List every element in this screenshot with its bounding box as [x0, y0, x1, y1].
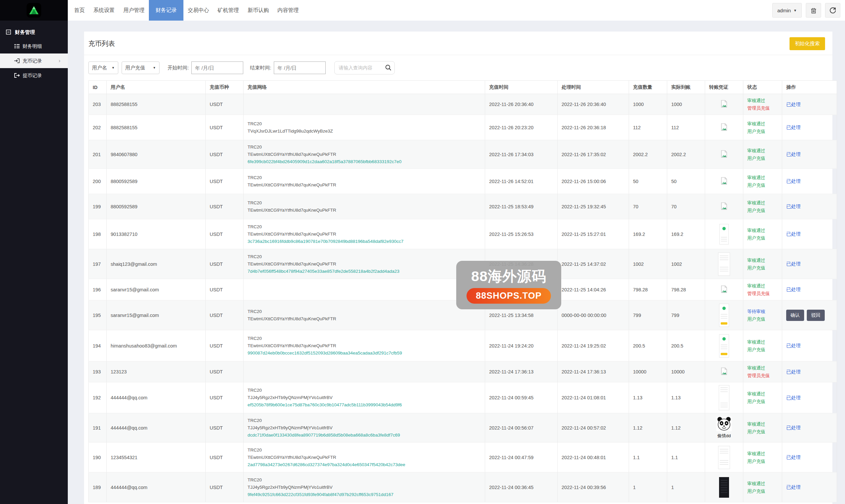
cell-coin: USDT — [206, 443, 244, 472]
voucher-receipt-thumbnail[interactable] — [719, 334, 729, 358]
nav-item-新币认购[interactable]: 新币认购 — [248, 0, 269, 21]
cell-action: 已处理 — [782, 249, 837, 279]
processed-link[interactable]: 已处理 — [786, 261, 801, 267]
cell-status: 审核通过用户充值 — [743, 443, 782, 472]
sidebar-item-提币记录[interactable]: 提币记录 — [0, 68, 68, 83]
nav-item-交易中心[interactable]: 交易中心 — [188, 0, 209, 21]
transaction-hash[interactable]: 6fe399cb022bf4bd26405909d1c2daa602a18f5a… — [248, 158, 481, 165]
cell-id: 195 — [89, 300, 107, 330]
cell-action: 已处理 — [782, 194, 837, 219]
reject-button[interactable]: 驳回 — [807, 310, 825, 321]
end-date-input[interactable] — [274, 61, 326, 74]
status-line: 审核通过 — [747, 390, 778, 398]
top-nav: 首页系统设置用户管理财务记录交易中心矿机管理新币认购内容管理 — [68, 0, 303, 21]
nav-item-矿机管理[interactable]: 矿机管理 — [218, 0, 239, 21]
nav-item-首页[interactable]: 首页 — [74, 0, 85, 21]
nav-item-财务记录[interactable]: 财务记录 — [149, 0, 183, 21]
column-header-转账凭证: 转账凭证 — [705, 81, 743, 94]
clear-cache-button[interactable] — [806, 3, 821, 18]
nav-item-内容管理[interactable]: 内容管理 — [277, 0, 299, 21]
voucher-receipt-thumbnail[interactable] — [718, 252, 730, 276]
cell-network: TRC20TEwtmUXttCG9YaYtfhU8d7quKneQuPkFTR — [244, 300, 485, 330]
cell-network — [244, 361, 485, 382]
transaction-hash[interactable]: 7d4b7ef056ff548bc478f94a27405e33ae857dfe… — [248, 268, 481, 275]
status-line: 等待审核 — [747, 308, 778, 315]
transaction-hash[interactable]: 2ad7798a34273e0267d6286cd327374e97ba324d… — [248, 461, 481, 468]
broken-image-icon[interactable] — [721, 206, 727, 211]
transaction-hash[interactable]: 9fef49c9251fc663d222cf351fd93fe904fab8f4… — [248, 491, 481, 498]
processed-link[interactable]: 已处理 — [786, 484, 801, 490]
cell-voucher — [705, 361, 743, 382]
voucher-dark-screenshot-thumbnail[interactable] — [719, 477, 729, 498]
voucher-meme-thumbnail[interactable]: 偷情dd — [716, 417, 732, 439]
cell-deposit-time: 2022-11-26 20:36:40 — [485, 94, 558, 115]
cell-amount: 1002 — [629, 249, 667, 279]
cell-actual-amount: 1002 — [667, 249, 705, 279]
broken-image-icon[interactable] — [721, 127, 727, 132]
processed-link[interactable]: 已处理 — [786, 178, 801, 184]
nav-item-系统设置[interactable]: 系统设置 — [93, 0, 115, 21]
transaction-hash[interactable]: 3c736a2bc16916fddb9c86a190781e70b7092849… — [248, 238, 481, 245]
admin-menu-button[interactable]: admin ▼ — [772, 3, 802, 18]
broken-image-icon[interactable] — [721, 154, 727, 159]
sidebar-item-充币记录[interactable]: 充币记录› — [0, 53, 68, 68]
processed-link[interactable]: 已处理 — [786, 454, 801, 460]
username-filter-select[interactable]: 用户名 ▼ — [88, 61, 118, 74]
status-line: 用户充值 — [747, 264, 778, 272]
processed-link[interactable]: 已处理 — [786, 425, 801, 430]
broken-image-icon[interactable] — [721, 180, 727, 186]
broken-image-icon[interactable] — [721, 103, 727, 109]
confirm-button[interactable]: 确认 — [786, 310, 804, 321]
app-logo[interactable] — [26, 3, 41, 18]
cell-id: 194 — [89, 330, 107, 361]
username-filter-value: 用户名 — [92, 65, 107, 71]
cell-coin: USDT — [206, 219, 244, 249]
cell-coin: USDT — [206, 169, 244, 194]
cell-status: 审核通过用户充值 — [743, 219, 782, 249]
voucher-receipt-thumbnail[interactable] — [718, 446, 730, 469]
cell-coin: USDT — [206, 94, 244, 115]
cell-voucher — [705, 279, 743, 300]
logout-button[interactable] — [825, 3, 840, 18]
processed-link[interactable]: 已处理 — [786, 287, 801, 292]
sidebar-section-finance[interactable]: 财务管理 — [0, 21, 68, 39]
processed-link[interactable]: 已处理 — [786, 395, 801, 400]
network-address: TJJ4y5Rgz2xHTb9yQNzmPMjYVo1uitfrBV — [248, 394, 481, 401]
voucher-receipt-thumbnail[interactable] — [719, 304, 729, 327]
transaction-hash[interactable]: 990087d24eb0b0bccec1632df5152093d28609ba… — [248, 349, 481, 357]
nav-item-用户管理[interactable]: 用户管理 — [123, 0, 145, 21]
column-header-充值网络: 充值网络 — [244, 81, 485, 94]
processed-link[interactable]: 已处理 — [786, 125, 801, 130]
receipt-text-lines — [720, 388, 728, 393]
transaction-hash[interactable]: dcdc71f0dae0f133430d8fea8907719b6d858d5b… — [248, 432, 481, 439]
processed-link[interactable]: 已处理 — [786, 343, 801, 348]
start-date-input[interactable] — [192, 61, 243, 74]
broken-image-icon[interactable] — [721, 289, 727, 294]
cell-action: 已处理 — [782, 279, 837, 300]
processed-link[interactable]: 已处理 — [786, 204, 801, 209]
processed-link[interactable]: 已处理 — [786, 231, 801, 237]
network-protocol: TRC20 — [248, 253, 481, 260]
cell-id: 200 — [89, 169, 107, 194]
reset-search-button[interactable]: 初始化搜索 — [790, 37, 825, 50]
broken-image-icon[interactable] — [721, 371, 727, 376]
cell-username: 8882588155 — [107, 94, 206, 115]
receipt-text-lines — [720, 403, 728, 409]
cell-id: 201 — [89, 140, 107, 169]
search-icon[interactable] — [385, 65, 392, 72]
processed-link[interactable]: 已处理 — [786, 369, 801, 374]
receipt-text-lines — [721, 314, 727, 320]
voucher-receipt-thumbnail[interactable] — [719, 385, 730, 410]
cell-actual-amount: 1.12 — [667, 413, 705, 443]
processed-link[interactable]: 已处理 — [786, 102, 801, 107]
recharge-type-select[interactable]: 用户充值 ▼ — [122, 61, 160, 74]
cell-status: 审核通过管理员充值 — [743, 361, 782, 382]
status-line: 审核通过 — [747, 147, 778, 155]
transaction-hash[interactable]: ef5205b78f9b600e1ce75d87ba760c30c9b10477… — [248, 401, 481, 409]
cell-actual-amount: 200.5 — [667, 330, 705, 361]
cell-network: TRC20TEwtmUXttCG9YaYtfhU8d7quKneQuPkFTR2… — [244, 443, 485, 472]
processed-link[interactable]: 已处理 — [786, 151, 801, 157]
sidebar-item-财务明细[interactable]: 财务明细 — [0, 39, 68, 53]
cell-username: saranvr15@gmail.com — [107, 279, 206, 300]
voucher-receipt-thumbnail[interactable] — [719, 224, 729, 245]
